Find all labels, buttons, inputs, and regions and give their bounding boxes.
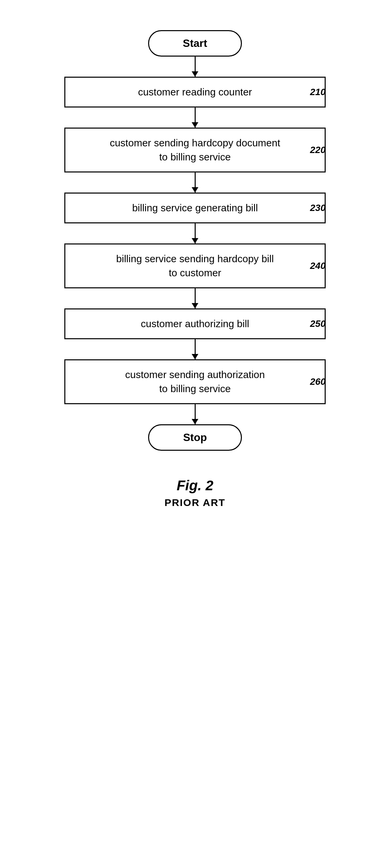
step-210-text: customer reading counter (138, 86, 252, 97)
figure-caption: Fig. 2 PRIOR ART (164, 477, 226, 508)
step-240-box: billing service sending hardcopy billto … (64, 244, 326, 288)
step-210-wrapper: customer reading counter 210 (44, 77, 346, 107)
step-230-label: 230 (310, 203, 326, 213)
step-230-wrapper: billing service generating bill 230 (44, 192, 346, 223)
arrow-230-to-240 (195, 223, 196, 244)
step-260-text: customer sending authorizationto billing… (125, 369, 265, 394)
stop-node-wrapper: Stop (44, 424, 346, 451)
step-260-wrapper: customer sending authorizationto billing… (44, 359, 346, 404)
step-210-box: customer reading counter (64, 77, 326, 107)
step-250-text: customer authorizing bill (141, 318, 249, 329)
step-220-box: customer sending hardcopy documentto bil… (64, 128, 326, 173)
flowchart: Start customer reading counter 210 custo… (44, 30, 346, 451)
step-250-label: 250 (310, 318, 326, 329)
step-220-label: 220 (310, 145, 326, 155)
step-240-wrapper: billing service sending hardcopy billto … (44, 244, 346, 288)
step-220-wrapper: customer sending hardcopy documentto bil… (44, 128, 346, 173)
arrow-start-to-210 (195, 57, 196, 77)
stop-terminal: Stop (148, 424, 242, 451)
arrow-220-to-230 (195, 173, 196, 192)
step-250-box: customer authorizing bill (64, 308, 326, 339)
step-230-box: billing service generating bill (64, 192, 326, 223)
arrow-240-to-250 (195, 288, 196, 308)
start-terminal: Start (148, 30, 242, 57)
step-260-label: 260 (310, 376, 326, 387)
arrow-260-to-stop (195, 404, 196, 424)
step-210-label: 210 (310, 87, 326, 97)
step-230-text: billing service generating bill (132, 202, 258, 213)
start-node-wrapper: Start (44, 30, 346, 57)
step-240-text: billing service sending hardcopy billto … (116, 253, 274, 278)
arrow-250-to-260 (195, 339, 196, 359)
step-220-text: customer sending hardcopy documentto bil… (110, 137, 280, 162)
figure-subtitle: PRIOR ART (164, 497, 226, 508)
stop-label: Stop (183, 431, 207, 443)
arrow-210-to-220 (195, 107, 196, 128)
step-260-box: customer sending authorizationto billing… (64, 359, 326, 404)
step-240-label: 240 (310, 260, 326, 271)
figure-title: Fig. 2 (164, 477, 226, 494)
start-label: Start (183, 37, 207, 49)
page: Start customer reading counter 210 custo… (7, 7, 383, 868)
step-250-wrapper: customer authorizing bill 250 (44, 308, 346, 339)
